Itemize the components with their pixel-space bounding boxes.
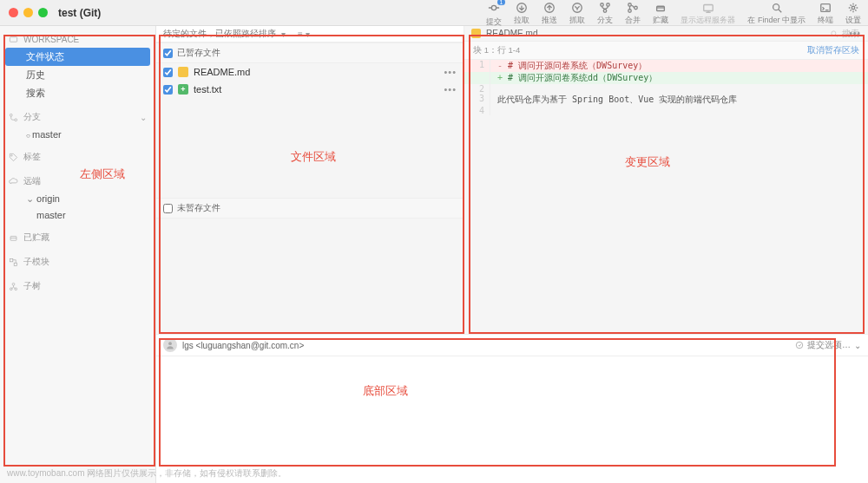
staged-label: 已暂存文件 <box>177 47 220 59</box>
close-icon[interactable] <box>9 8 18 17</box>
finder-button[interactable]: 在 Finder 中显示 <box>747 2 806 26</box>
sidebar-item-filestatus[interactable]: 文件状态 <box>5 48 150 66</box>
gutter: 1 <box>464 60 490 72</box>
window-title: test (Git) <box>58 7 101 19</box>
diff-line-ctx: 3此代码仓库为基于 Spring Boot、Vue 实现的前端代码仓库 <box>464 94 868 106</box>
subtree-label: 子树 <box>23 280 41 292</box>
options-icon <box>795 341 804 349</box>
diff-line-del[interactable]: 1# 调问开源问卷系统（DWSurvey） <box>464 60 868 72</box>
workspace-icon <box>9 35 18 44</box>
commit-badge-icon <box>488 2 500 16</box>
fetch-button[interactable]: 抓取 <box>569 2 585 26</box>
stashed-header[interactable]: 已贮藏 <box>0 228 155 247</box>
maximize-icon[interactable] <box>38 8 48 17</box>
sortbar[interactable]: 待定的文件，已依照路径排序 ▾ ≡ ▾ <box>156 26 464 42</box>
sidebar: WORKSPACE 文件状态 历史 搜索 分支 ⌄ master 标签 远端 ⌄… <box>0 26 156 483</box>
stash-icon <box>654 2 667 14</box>
gear-icon <box>847 2 859 14</box>
fetch-label: 抓取 <box>569 15 585 26</box>
commit-message-input[interactable] <box>156 356 868 483</box>
diff-tab-row: README.md ••• <box>464 26 868 42</box>
commit-button[interactable]: 提交 <box>486 2 502 28</box>
file-checkbox[interactable] <box>163 68 173 77</box>
svg-point-6 <box>604 10 608 13</box>
merge-button[interactable]: 合并 <box>625 2 641 26</box>
remote-section-label: 远端 <box>23 175 41 187</box>
staged-header: 已暂存文件 <box>156 42 464 63</box>
svg-rect-16 <box>10 37 16 42</box>
finder-label: 在 Finder 中显示 <box>747 15 806 26</box>
submod-icon <box>9 258 18 267</box>
added-icon <box>178 84 188 95</box>
branch-section-icon <box>9 113 18 122</box>
gutter: 2 <box>464 84 490 94</box>
pull-label: 拉取 <box>514 15 529 26</box>
line-content: # 调问开源问卷系统（DWSurvey） <box>490 60 868 72</box>
branch-section-label: 分支 <box>23 111 41 123</box>
tag-header[interactable]: 标签 <box>0 147 155 166</box>
finder-icon <box>771 2 783 14</box>
minimize-icon[interactable] <box>23 8 33 17</box>
file-row[interactable]: README.md ••• <box>156 63 464 81</box>
workspace-label: WORKSPACE <box>23 35 79 44</box>
sidebar-item-search[interactable]: 搜索 <box>0 84 155 102</box>
branch-button[interactable]: 分支 <box>597 2 613 26</box>
sort-menu-button[interactable]: ≡ ▾ <box>298 29 310 39</box>
sort-text: 待定的文件，已依照路径排序 <box>163 28 276 40</box>
sidebar-branch-master[interactable]: master <box>0 127 155 142</box>
commit-options-button[interactable]: 提交选项… ⌄ <box>795 339 861 351</box>
subtree-header[interactable]: 子树 <box>0 277 155 296</box>
settings-button[interactable]: 设置 <box>845 2 861 26</box>
gutter: 4 <box>464 106 490 115</box>
workspace-header[interactable]: WORKSPACE <box>0 31 155 48</box>
remote-label: 显示远程服务器 <box>681 15 735 26</box>
diff-line-add[interactable]: # 调问开源问卷系统dd（DWSurvey） <box>464 72 868 84</box>
svg-point-26 <box>168 342 172 345</box>
submod-header[interactable]: 子模块 <box>0 252 155 271</box>
watermark: www.toymoban.com 网络图片仅供展示，非存储，如有侵权请联系删除。 <box>7 467 286 480</box>
svg-point-12 <box>773 4 779 10</box>
unstaged-checkbox[interactable] <box>163 204 173 213</box>
line-content <box>490 84 868 94</box>
commit-area: lgs <luguangshan@git.com.cn> 提交选项… ⌄ <box>156 334 868 483</box>
svg-rect-22 <box>14 263 16 265</box>
terminal-label: 终端 <box>818 15 833 26</box>
push-button[interactable]: 推送 <box>542 2 557 26</box>
file-name: README.md <box>194 67 250 77</box>
file-menu-button[interactable]: ••• <box>444 84 457 95</box>
terminal-icon <box>819 2 832 14</box>
terminal-button[interactable]: 终端 <box>818 2 833 26</box>
branch-header[interactable]: 分支 ⌄ <box>0 108 155 127</box>
file-menu-button[interactable]: ••• <box>444 67 457 77</box>
sidebar-remote-master[interactable]: master <box>0 207 155 223</box>
tag-label: 标签 <box>23 151 41 163</box>
pull-button[interactable]: 拉取 <box>514 2 529 26</box>
remote-header[interactable]: 远端 <box>0 172 155 191</box>
staged-checkbox[interactable] <box>163 49 173 58</box>
modified-icon <box>471 29 481 38</box>
cloud-icon <box>9 177 18 186</box>
settings-label: 设置 <box>845 15 861 26</box>
svg-point-0 <box>492 5 496 10</box>
sidebar-item-history[interactable]: 历史 <box>0 66 155 84</box>
unstage-hunk-button[interactable]: 取消暂存区块 <box>807 44 859 56</box>
svg-rect-10 <box>657 6 665 10</box>
stash-button[interactable]: 贮藏 <box>653 2 668 26</box>
avatar <box>163 338 177 352</box>
chevron-down-icon: ⌄ <box>140 113 147 122</box>
gutter: 3 <box>464 94 490 106</box>
diff-tab-menu[interactable]: ••• <box>849 29 861 38</box>
sort-chevron-icon: ▾ <box>281 29 286 39</box>
file-checkbox[interactable] <box>163 85 173 95</box>
pull-icon <box>516 2 528 14</box>
svg-point-9 <box>635 6 638 10</box>
file-row[interactable]: test.txt ••• <box>156 81 464 98</box>
branch-icon <box>599 2 611 14</box>
sidebar-remote-origin[interactable]: ⌄ origin <box>0 191 155 207</box>
origin-label: origin <box>36 193 60 204</box>
svg-point-8 <box>628 10 632 13</box>
diff-pane: README.md ••• 块 1：行 1-4 取消暂存区块 1# 调问开源问卷… <box>464 26 868 334</box>
unstaged-header: 未暂存文件 <box>156 198 464 219</box>
diff-line-ctx: 4 <box>464 106 868 115</box>
remote-server-button[interactable]: 显示远程服务器 <box>681 2 735 26</box>
